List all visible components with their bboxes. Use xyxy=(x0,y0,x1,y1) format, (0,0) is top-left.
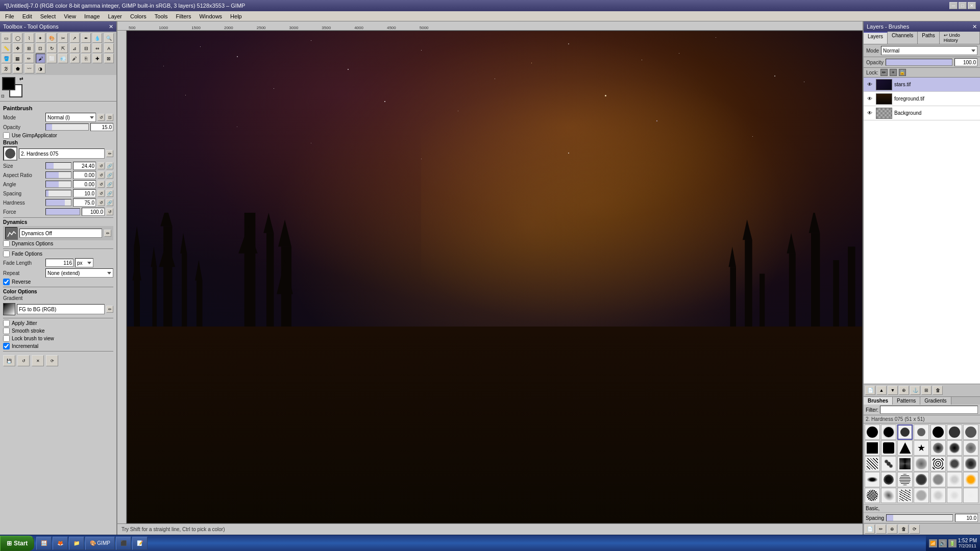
size-link-btn[interactable]: 🔗 xyxy=(106,162,113,169)
reset-colors-btn[interactable]: ⊡ xyxy=(1,94,5,98)
repeat-combo[interactable]: None (extend) xyxy=(45,268,113,278)
toolbox-close-btn[interactable]: ✕ xyxy=(109,23,113,30)
tool-flip[interactable]: ⇔ xyxy=(92,43,102,53)
reverse-checkbox[interactable] xyxy=(3,279,10,285)
layer-merge-btn[interactable]: ⊞ xyxy=(921,386,932,395)
brush-preview[interactable] xyxy=(3,146,17,161)
tool-color-picker[interactable]: 💧 xyxy=(92,33,102,43)
fade-options-checkbox[interactable] xyxy=(3,251,10,257)
brush-cell-3[interactable] xyxy=(897,424,913,440)
taskbar-item-explorer[interactable]: 🪟 xyxy=(36,537,52,550)
fg-bg-colors[interactable]: ⇄ ⊡ xyxy=(2,77,22,97)
layers-opacity-slider[interactable] xyxy=(886,59,952,66)
tool-eraser[interactable]: ⬜ xyxy=(47,54,57,63)
lock-brush-checkbox[interactable] xyxy=(3,335,10,342)
brush-cell-34[interactable] xyxy=(947,488,962,503)
spacing-value[interactable]: 10.0 xyxy=(73,189,96,197)
brush-cell-30[interactable] xyxy=(881,488,896,503)
menu-select[interactable]: Select xyxy=(37,13,59,20)
minimize-button[interactable]: ─ xyxy=(949,2,958,9)
hardness-reset-btn[interactable]: ↺ xyxy=(97,199,105,206)
mode-reset-btn[interactable]: ↺ xyxy=(97,114,105,121)
tool-rect-select[interactable]: ▭ xyxy=(2,33,11,43)
size-reset-btn[interactable]: ↺ xyxy=(97,162,105,169)
menu-windows[interactable]: Windows xyxy=(196,13,225,20)
aspect-ratio-value[interactable]: 0.00 xyxy=(73,171,96,179)
brush-cell-32[interactable] xyxy=(914,488,929,503)
brush-name-field[interactable]: 2. Hardness 075 xyxy=(19,148,105,159)
fade-length-value[interactable]: 116 xyxy=(45,259,74,267)
tool-restore-btn[interactable]: ↺ xyxy=(17,355,30,366)
incremental-checkbox[interactable] xyxy=(3,343,10,349)
tool-foreground-select[interactable]: ↗ xyxy=(70,33,80,43)
lock-all-btn[interactable]: 🔒 xyxy=(899,69,906,76)
size-value[interactable]: 24.40 xyxy=(73,162,96,170)
tool-perspective[interactable]: ⊟ xyxy=(81,43,91,53)
tab-paths[interactable]: Paths xyxy=(918,32,940,44)
tool-shear[interactable]: ⊿ xyxy=(70,43,80,53)
brush-cell-14[interactable] xyxy=(963,440,978,456)
tab-undo-history[interactable]: ↩ Undo History xyxy=(940,32,980,44)
dynamics-options-checkbox[interactable] xyxy=(3,240,10,247)
use-gimp-applicator-checkbox[interactable] xyxy=(3,132,10,139)
canvas-viewport[interactable] xyxy=(127,31,863,523)
tab-channels[interactable]: Channels xyxy=(888,32,918,44)
brush-refresh-btn[interactable]: ⟳ xyxy=(910,524,920,534)
brush-cell-17[interactable] xyxy=(897,456,913,471)
brush-cell-29[interactable] xyxy=(865,488,880,503)
tool-align[interactable]: ⊞ xyxy=(24,43,34,53)
hardness-value[interactable]: 75.0 xyxy=(73,198,96,207)
gradient-edit-btn[interactable]: ✏ xyxy=(106,306,113,313)
brush-cell-7[interactable] xyxy=(963,424,978,440)
tab-patterns[interactable]: Patterns xyxy=(893,397,920,405)
brush-cell-4[interactable] xyxy=(914,424,929,440)
dynamics-combo[interactable]: Dynamics Off xyxy=(19,229,102,238)
maximize-button[interactable]: □ xyxy=(959,2,967,9)
angle-reset-btn[interactable]: ↺ xyxy=(97,181,105,188)
brush-cell-6[interactable] xyxy=(947,424,962,440)
brush-edit-btn[interactable]: ✏ xyxy=(106,150,113,157)
menu-edit[interactable]: Edit xyxy=(19,13,35,20)
smooth-stroke-checkbox[interactable] xyxy=(3,328,10,334)
spacing-reset-btn[interactable]: ↺ xyxy=(97,190,105,197)
mode-combo[interactable]: Normal (l) xyxy=(45,113,96,122)
fade-unit-combo[interactable]: px xyxy=(75,258,93,267)
brush-cell-13[interactable] xyxy=(947,440,962,456)
hardness-slider[interactable] xyxy=(45,199,71,206)
tool-sharpen[interactable]: ⬟ xyxy=(13,64,22,73)
brush-cell-33[interactable] xyxy=(930,488,946,503)
tool-delete-btn[interactable]: ✕ xyxy=(32,355,44,366)
tool-smudge[interactable]: 〰 xyxy=(24,64,34,73)
aspect-ratio-reset-btn[interactable]: ↺ xyxy=(97,171,105,179)
tool-ellipse-select[interactable]: ◯ xyxy=(13,33,22,43)
brush-cell-16[interactable] xyxy=(881,456,896,471)
brush-cell-15[interactable] xyxy=(865,456,880,471)
menu-help[interactable]: Help xyxy=(227,13,245,20)
menu-tools[interactable]: Tools xyxy=(152,13,171,20)
force-value[interactable]: 100.0 xyxy=(82,208,105,216)
layer-item-stars[interactable]: 👁 stars.tif xyxy=(864,78,980,92)
menu-colors[interactable]: Colors xyxy=(127,13,150,20)
brush-cell-9[interactable] xyxy=(881,440,896,456)
brush-cell-31[interactable] xyxy=(897,488,913,503)
brush-cell-23[interactable] xyxy=(881,472,896,487)
brush-duplicate-btn[interactable]: ⊕ xyxy=(887,524,897,534)
spacing-link-btn[interactable]: 🔗 xyxy=(106,190,113,197)
brush-cell-24[interactable] xyxy=(897,472,913,487)
tool-heal[interactable]: ✚ xyxy=(92,54,102,63)
brush-cell-12[interactable] xyxy=(930,440,946,456)
right-panel-close-btn[interactable]: ✕ xyxy=(972,23,977,30)
tool-preset-btn[interactable]: 💾 xyxy=(3,355,15,366)
tool-scissors[interactable]: ✂ xyxy=(58,33,68,43)
tool-dodge[interactable]: ◑ xyxy=(36,64,45,73)
layer-item-foreground[interactable]: 👁 foreground.tif xyxy=(864,92,980,106)
brush-cell-28[interactable] xyxy=(963,472,978,487)
brush-cell-11[interactable]: ★ xyxy=(914,440,929,456)
tab-gradients[interactable]: Gradients xyxy=(920,397,951,405)
force-slider[interactable] xyxy=(45,208,80,215)
tool-blend[interactable]: ▦ xyxy=(13,54,22,63)
brush-cell-21[interactable] xyxy=(963,456,978,471)
layers-opacity-value[interactable]: 100.0 xyxy=(954,58,977,66)
brush-new-btn[interactable]: 📄 xyxy=(865,524,875,534)
layer-duplicate-btn[interactable]: ⊕ xyxy=(899,386,909,395)
